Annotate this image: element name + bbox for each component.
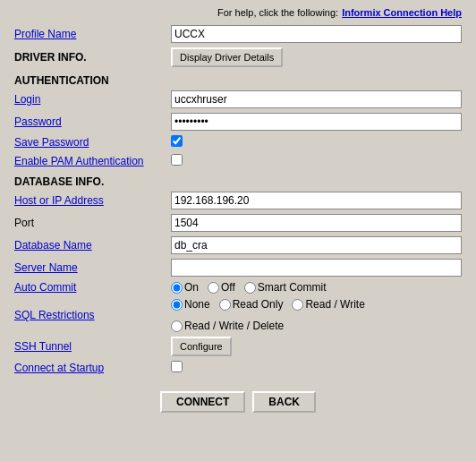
password-row: Password	[14, 113, 462, 131]
profile-name-label[interactable]: Profile Name	[14, 28, 76, 40]
database-name-input[interactable]	[171, 236, 462, 254]
database-name-label-col: Database Name	[14, 239, 171, 252]
auto-commit-off-label: Off	[221, 281, 235, 294]
database-info-header: DATABASE INFO.	[14, 175, 462, 188]
driver-info-label-col: DRIVER INFO.	[14, 51, 171, 64]
sql-read-write-item[interactable]: Read / Write	[292, 298, 364, 311]
database-name-input-col	[171, 236, 462, 254]
enable-pam-checkbox[interactable]	[171, 154, 183, 166]
driver-info-row: DRIVER INFO. Display Driver Details	[14, 47, 462, 67]
enable-pam-row: Enable PAM Authentication	[14, 154, 462, 168]
sql-read-write-radio[interactable]	[292, 299, 303, 311]
ssh-tunnel-label-col: SSH Tunnel	[14, 340, 171, 353]
auto-commit-options-col: On Off Smart Commit	[171, 281, 462, 294]
enable-pam-label-col: Enable PAM Authentication	[14, 155, 171, 167]
port-row: Port	[14, 214, 462, 232]
password-input-col	[171, 113, 462, 131]
sql-read-only-radio[interactable]	[219, 299, 231, 311]
server-name-input-col	[171, 259, 462, 277]
enable-pam-check-col	[171, 154, 462, 168]
ssh-tunnel-row: SSH Tunnel Configure	[14, 337, 462, 356]
help-link[interactable]: Informix Connection Help	[342, 7, 462, 18]
sql-read-write-label: Read / Write	[305, 298, 364, 311]
port-input[interactable]	[171, 214, 462, 232]
login-label[interactable]: Login	[14, 93, 40, 106]
host-ip-row: Host or IP Address	[14, 192, 462, 209]
profile-name-input[interactable]	[171, 25, 462, 43]
help-row: For help, click the following: Informix …	[14, 7, 462, 18]
sql-read-write-delete-label: Read / Write / Delete	[184, 320, 284, 332]
port-label-col: Port	[14, 217, 171, 229]
profile-name-label-col: Profile Name	[14, 28, 171, 40]
login-input-col	[171, 90, 462, 108]
sql-read-write-delete-item[interactable]: Read / Write / Delete	[171, 320, 284, 332]
auto-commit-row: Auto Commit On Off Smart Commit	[14, 281, 462, 294]
connect-at-startup-label-col: Connect at Startup	[14, 362, 171, 374]
server-name-row: Server Name	[14, 259, 462, 277]
host-ip-label[interactable]: Host or IP Address	[14, 194, 104, 207]
auto-commit-smart-item[interactable]: Smart Commit	[244, 281, 327, 294]
bottom-buttons: CONNECT BACK	[14, 391, 462, 413]
sql-none-label: None	[184, 298, 210, 311]
back-button[interactable]: BACK	[252, 391, 316, 413]
server-name-label-col: Server Name	[14, 261, 171, 274]
server-name-label[interactable]: Server Name	[14, 261, 78, 274]
database-name-label[interactable]: Database Name	[14, 239, 92, 252]
sql-read-only-item[interactable]: Read Only	[219, 298, 284, 311]
host-ip-input-col	[171, 192, 462, 209]
connect-at-startup-check-col	[171, 361, 462, 375]
auto-commit-on-radio[interactable]	[171, 282, 183, 294]
connect-at-startup-row: Connect at Startup	[14, 361, 462, 375]
login-row: Login	[14, 90, 462, 108]
auto-commit-off-radio[interactable]	[208, 282, 219, 294]
connect-button[interactable]: CONNECT	[160, 391, 245, 413]
auto-commit-smart-radio[interactable]	[244, 282, 256, 294]
auto-commit-label[interactable]: Auto Commit	[14, 281, 76, 294]
port-input-col	[171, 214, 462, 232]
server-name-input[interactable]	[171, 259, 462, 277]
login-input[interactable]	[171, 90, 462, 108]
sql-restrictions-options-col: None Read Only Read / Write Read / Write…	[171, 298, 462, 332]
sql-read-write-delete-radio[interactable]	[171, 320, 183, 332]
connect-at-startup-checkbox[interactable]	[171, 361, 183, 372]
password-input[interactable]	[171, 113, 462, 131]
auto-commit-radio-group: On Off Smart Commit	[171, 281, 462, 294]
auto-commit-label-col: Auto Commit	[14, 281, 171, 294]
ssh-tunnel-button-col: Configure	[171, 337, 462, 356]
display-driver-details-button[interactable]: Display Driver Details	[171, 47, 283, 67]
password-label[interactable]: Password	[14, 115, 62, 128]
profile-name-row: Profile Name	[14, 25, 462, 43]
driver-info-label: DRIVER INFO.	[14, 51, 87, 64]
sql-restrictions-label[interactable]: SQL Restrictions	[14, 309, 95, 321]
auto-commit-on-label: On	[184, 281, 199, 294]
save-password-check-col	[171, 135, 462, 149]
host-ip-input[interactable]	[171, 192, 462, 209]
sql-restrictions-row: SQL Restrictions None Read Only Read / W…	[14, 298, 462, 332]
login-label-col: Login	[14, 93, 171, 106]
save-password-label[interactable]: Save Password	[14, 136, 89, 149]
host-ip-label-col: Host or IP Address	[14, 194, 171, 207]
sql-read-only-label: Read Only	[233, 298, 284, 311]
save-password-label-col: Save Password	[14, 136, 171, 149]
profile-name-input-col	[171, 25, 462, 43]
save-password-row: Save Password	[14, 135, 462, 149]
save-password-checkbox[interactable]	[171, 135, 183, 147]
driver-info-button-col: Display Driver Details	[171, 47, 462, 67]
sql-none-radio[interactable]	[171, 299, 183, 311]
ssh-tunnel-configure-button[interactable]: Configure	[171, 337, 232, 356]
enable-pam-label[interactable]: Enable PAM Authentication	[14, 155, 144, 167]
auto-commit-on-item[interactable]: On	[171, 281, 199, 294]
database-name-row: Database Name	[14, 236, 462, 254]
port-label: Port	[14, 217, 34, 229]
sql-restrictions-radio-group: None Read Only Read / Write Read / Write…	[171, 298, 462, 332]
sql-restrictions-label-col: SQL Restrictions	[14, 309, 171, 321]
connect-at-startup-label[interactable]: Connect at Startup	[14, 362, 104, 374]
sql-none-item[interactable]: None	[171, 298, 210, 311]
auto-commit-smart-label: Smart Commit	[258, 281, 327, 294]
help-prefix: For help, click the following:	[217, 7, 338, 18]
authentication-header: AUTHENTICATION	[14, 74, 462, 87]
auto-commit-off-item[interactable]: Off	[208, 281, 235, 294]
password-label-col: Password	[14, 115, 171, 128]
ssh-tunnel-label[interactable]: SSH Tunnel	[14, 340, 72, 353]
